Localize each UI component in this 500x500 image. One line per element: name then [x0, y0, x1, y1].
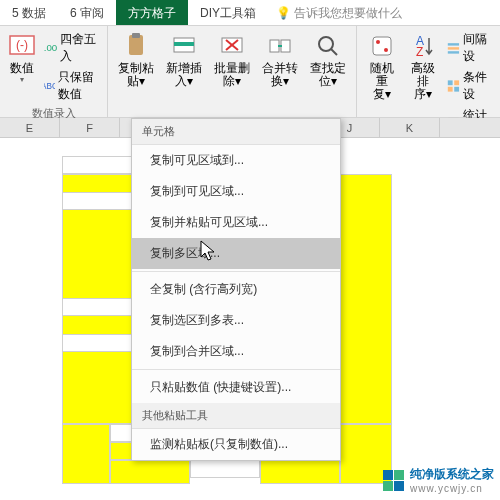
advanced-sort-button[interactable]: AZ 高级排序▾ [404, 30, 441, 103]
abc-icon: ABC [44, 78, 55, 94]
watermark-logo-icon [382, 469, 404, 491]
menu-separator [132, 271, 340, 272]
menu-copy-visible-to[interactable]: 复制可见区域到... [132, 145, 340, 176]
numeric-label: 数值 [10, 61, 34, 75]
yellow-region [62, 424, 110, 484]
merge-icon [266, 32, 294, 60]
find-locate-button[interactable]: 查找定位▾ [306, 30, 350, 90]
keep-value-label: 只保留数值 [58, 69, 99, 103]
cell[interactable] [62, 298, 132, 316]
numeric-value-button[interactable]: (-) 数值 ▾ [6, 30, 38, 86]
delete-icon [218, 32, 246, 60]
svg-rect-11 [270, 40, 279, 52]
menu-copy-paste-visible[interactable]: 复制并粘贴可见区域... [132, 207, 340, 238]
interval-label: 间隔设 [463, 31, 492, 65]
watermark-brand: 纯净版系统之家 [410, 466, 494, 483]
svg-text:.00: .00 [44, 42, 57, 53]
copy-paste-button[interactable]: 复制粘贴▾ [114, 30, 158, 90]
grid-icon [447, 78, 460, 94]
menu-section-other: 其他粘贴工具 [132, 403, 340, 429]
dice-icon [368, 32, 396, 60]
numeric-icon: (-) [8, 32, 36, 60]
ribbon-tabs: 5 数据 6 审阅 方方格子 DIY工具箱 💡 告诉我您想要做什么 [0, 0, 500, 26]
round-icon: .00 [44, 40, 57, 56]
ribbon: (-) 数值 ▾ .00四舍五入 ABC只保留数值 数值录入 复制粘贴▾ 新增插… [0, 26, 500, 118]
menu-copy-to-visible[interactable]: 复制到可见区域... [132, 176, 340, 207]
group-label-2 [230, 99, 233, 113]
cell[interactable] [62, 334, 132, 352]
condition-set-button[interactable]: 条件设 [445, 68, 494, 104]
tell-me[interactable]: 💡 告诉我您想要做什么 [268, 0, 410, 25]
copy-paste-menu: 单元格 复制可见区域到... 复制到可见区域... 复制并粘贴可见区域... 复… [131, 118, 341, 461]
menu-copy-multi-region[interactable]: 复制多区域... [132, 238, 340, 269]
svg-point-17 [384, 48, 388, 52]
svg-rect-5 [132, 33, 140, 38]
menu-copy-to-multi-sheet[interactable]: 复制选区到多表... [132, 305, 340, 336]
cell[interactable] [62, 192, 132, 210]
menu-section-cell: 单元格 [132, 119, 340, 145]
svg-rect-24 [454, 80, 459, 85]
menu-copy-to-merged[interactable]: 复制到合并区域... [132, 336, 340, 367]
sort-icon: AZ [409, 32, 437, 60]
random-repeat-button[interactable]: 随机重复▾ [363, 30, 400, 103]
dropdown-icon: ▾ [20, 75, 24, 84]
svg-rect-23 [448, 80, 453, 85]
svg-rect-15 [373, 37, 391, 55]
batch-delete-button[interactable]: 批量删除▾ [210, 30, 254, 90]
svg-rect-20 [448, 43, 459, 45]
cell[interactable] [190, 460, 260, 478]
tab-diy[interactable]: DIY工具箱 [188, 0, 268, 25]
round-button[interactable]: .00四舍五入 [42, 30, 101, 66]
svg-text:ABC: ABC [44, 82, 55, 91]
svg-point-13 [319, 37, 333, 51]
clipboard-icon [122, 32, 150, 60]
keep-value-button[interactable]: ABC只保留数值 [42, 68, 101, 104]
svg-rect-25 [448, 87, 453, 92]
insert-button[interactable]: 新增插入▾ [162, 30, 206, 90]
watermark-url: www.ycwjy.cn [410, 483, 494, 494]
insert-icon [170, 32, 198, 60]
merge-convert-button[interactable]: 合并转换▾ [258, 30, 302, 90]
condition-label: 条件设 [463, 69, 492, 103]
yellow-region [260, 460, 340, 484]
group-edit: 复制粘贴▾ 新增插入▾ 批量删除▾ 合并转换▾ 查找定位▾ [108, 26, 357, 117]
svg-rect-7 [174, 42, 194, 46]
menu-monitor-clipboard[interactable]: 监测粘贴板(只复制数值)... [132, 429, 340, 460]
tab-ffgz[interactable]: 方方格子 [116, 0, 188, 25]
group-data-analysis: 随机重复▾ AZ 高级排序▾ 间隔设 条件设 统计与 数据分析 [357, 26, 500, 117]
svg-text:(-): (-) [16, 38, 28, 52]
yellow-region [110, 460, 190, 484]
svg-rect-22 [448, 51, 459, 53]
svg-rect-21 [448, 47, 459, 49]
svg-text:Z: Z [416, 45, 423, 59]
round-label: 四舍五入 [60, 31, 99, 65]
group-numeric-entry: (-) 数值 ▾ .00四舍五入 ABC只保留数值 数值录入 [0, 26, 108, 117]
svg-rect-12 [281, 40, 290, 52]
watermark: 纯净版系统之家 www.ycwjy.cn [382, 466, 494, 494]
tab-data[interactable]: 5 数据 [0, 0, 58, 25]
menu-paste-values-only[interactable]: 只粘贴数值 (快捷键设置)... [132, 372, 340, 403]
svg-rect-26 [454, 87, 459, 92]
col-F[interactable]: F [60, 118, 120, 137]
search-icon [314, 32, 342, 60]
menu-full-copy[interactable]: 全复制 (含行高列宽) [132, 274, 340, 305]
col-E[interactable]: E [0, 118, 60, 137]
cell[interactable] [62, 156, 132, 174]
svg-point-16 [376, 40, 380, 44]
svg-line-14 [331, 49, 337, 55]
menu-separator [132, 369, 340, 370]
tab-review[interactable]: 6 审阅 [58, 0, 116, 25]
tell-me-label: 告诉我您想要做什么 [294, 6, 402, 20]
rows-icon [447, 40, 460, 56]
col-K[interactable]: K [380, 118, 440, 137]
interval-set-button[interactable]: 间隔设 [445, 30, 494, 66]
